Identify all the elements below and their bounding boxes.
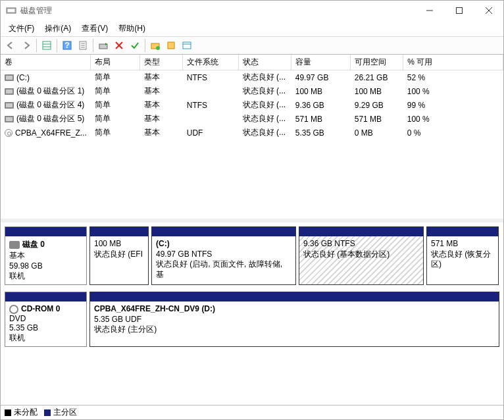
cdrom-status: 联机 [9,332,82,344]
delete-icon[interactable] [112,38,126,53]
disk-icon [9,241,20,249]
cdrom-size: 5.35 GB [9,323,82,332]
svg-rect-6 [43,41,51,49]
help-icon[interactable]: ? [60,38,74,53]
settings-icon[interactable] [164,38,178,53]
disk0-title: 磁盘 0 [22,240,45,249]
menubar: 文件(F) 操作(A) 查看(V) 帮助(H) [1,20,503,36]
disk0-type: 基本 [9,250,82,261]
legend-bar: 未分配 主分区 [1,405,503,419]
volume-table[interactable]: 卷 布局 类型 文件系统 状态 容量 可用空间 % 可用 (C:)简单基本NTF… [1,55,503,140]
svg-text:?: ? [64,41,69,50]
cdrom-partition[interactable]: CPBA_X64FRE_ZH-CN_DV9 (D:) 5.35 GB UDF 状… [89,292,499,347]
cdrom-header[interactable]: CD-ROM 0 DVD 5.35 GB 联机 [5,292,87,347]
disk-icon [5,88,14,95]
disk0-partition-0[interactable]: 100 MB状态良好 (EFI [89,226,149,285]
cdrom-title: CD-ROM 0 [21,304,60,313]
table-row[interactable]: (磁盘 0 磁盘分区 1)简单基本状态良好 (...100 MB100 MB10… [1,84,503,98]
svg-rect-1 [8,9,14,12]
legend-primary: 主分区 [44,407,77,418]
refresh-icon[interactable] [96,38,111,53]
cdrom-type: DVD [9,314,82,323]
forward-button[interactable] [19,38,34,53]
svg-point-19 [156,46,160,50]
svg-rect-3 [456,8,462,14]
folder-new-icon[interactable] [148,38,163,53]
cd-icon [5,129,13,137]
svg-rect-21 [183,42,191,49]
toolbar: ? [1,36,503,55]
properties-icon[interactable] [76,38,90,53]
minimize-button[interactable] [415,1,444,20]
col-volume[interactable]: 卷 [1,55,91,70]
svg-rect-20 [168,42,174,49]
menu-view[interactable]: 查看(V) [76,22,113,36]
app-icon [6,5,16,16]
volume-table-pane: 卷 布局 类型 文件系统 状态 容量 可用空间 % 可用 (C:)简单基本NTF… [1,55,503,223]
col-fs[interactable]: 文件系统 [183,55,239,70]
cdrom-part-name: CPBA_X64FRE_ZH-CN_DV9 (D:) [94,304,215,313]
table-row[interactable]: CPBA_X64FRE_Z...简单基本UDF状态良好 (...5.35 GB0… [1,126,503,140]
window-icon[interactable] [180,38,194,53]
table-row[interactable]: (磁盘 0 磁盘分区 5)简单基本状态良好 (...571 MB571 MB10… [1,112,503,126]
check-icon[interactable] [128,38,142,53]
cdrom-icon [9,305,18,314]
col-cap[interactable]: 容量 [291,55,351,70]
disk0-header[interactable]: 磁盘 0 基本 59.98 GB 联机 [5,226,87,285]
disk-icon [5,102,14,109]
col-layout[interactable]: 布局 [91,55,140,70]
col-type[interactable]: 类型 [140,55,183,70]
disk0-partition-1[interactable]: (C:)49.97 GB NTFS状态良好 (启动, 页面文件, 故障转储, 基 [151,226,296,285]
table-row[interactable]: (磁盘 0 磁盘分区 4)简单基本NTFS状态良好 (...9.36 GB9.2… [1,98,503,112]
close-button[interactable] [474,1,503,20]
disk-row-0: 磁盘 0 基本 59.98 GB 联机 100 MB状态良好 (EFI(C:)4… [5,226,499,285]
col-status[interactable]: 状态 [239,55,291,70]
col-pct[interactable]: % 可用 [403,55,503,70]
menu-file[interactable]: 文件(F) [3,22,39,36]
menu-help[interactable]: 帮助(H) [113,22,151,36]
disk0-partition-3[interactable]: 571 MB状态良好 (恢复分区) [426,226,499,285]
graphical-pane: 磁盘 0 基本 59.98 GB 联机 100 MB状态良好 (EFI(C:)4… [1,223,503,405]
disk0-size: 59.98 GB [9,261,82,271]
menu-action[interactable]: 操作(A) [39,22,76,36]
view-list-icon[interactable] [39,38,54,53]
titlebar: 磁盘管理 [1,1,503,20]
table-row[interactable]: (C:)简单基本NTFS状态良好 (...49.97 GB26.21 GB52 … [1,70,503,85]
disk-icon [5,116,14,122]
cdrom-part-size: 5.35 GB UDF [94,315,141,324]
disk0-partition-2[interactable]: 9.36 GB NTFS状态良好 (基本数据分区) [299,226,424,285]
legend-unallocated: 未分配 [5,407,38,418]
back-button[interactable] [3,38,18,53]
disk0-status: 联机 [9,271,82,282]
cdrom-part-status: 状态良好 (主分区) [94,325,157,334]
maximize-button[interactable] [444,1,474,20]
disk-icon [5,74,14,81]
window-title: 磁盘管理 [20,5,52,16]
disk-row-cdrom: CD-ROM 0 DVD 5.35 GB 联机 CPBA_X64FRE_ZH-C… [5,292,499,347]
col-free[interactable]: 可用空间 [351,55,403,70]
